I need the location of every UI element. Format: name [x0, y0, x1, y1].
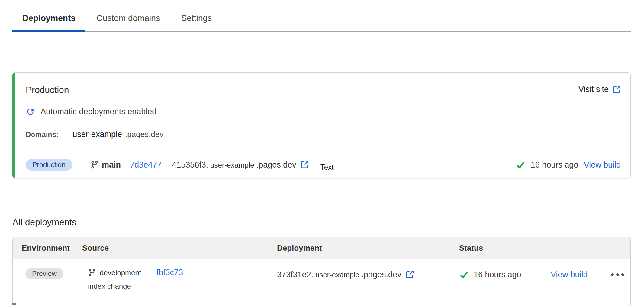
all-deployments-table: Environment Source Deployment Status Pre… — [12, 237, 631, 305]
column-header-deployment: Deployment — [277, 243, 459, 253]
environment-cell: Preview — [13, 268, 82, 302]
deployment-time: 16 hours ago — [474, 270, 521, 279]
external-link-icon[interactable] — [405, 270, 414, 279]
branch-info: main — [90, 160, 121, 170]
git-branch-icon — [88, 269, 96, 277]
source-cell: development fbf3c73 index change — [82, 268, 277, 302]
environment-badge: Preview — [25, 268, 63, 279]
deployments-page: Deployments Custom domains Settings Prod… — [0, 8, 644, 305]
production-card-header: Production Visit site — [26, 85, 621, 95]
production-deployment-row: Production main 7d3e477 415356f3. user-e… — [15, 151, 630, 178]
table-row: Preview development fbf3c73 index change… — [13, 259, 630, 302]
external-link-icon[interactable] — [300, 160, 309, 169]
domains-row: Domains: user-example .pages.dev — [26, 130, 621, 139]
deployment-url: 373f31e2. user-example .pages.dev — [277, 270, 414, 279]
tab-bar: Deployments Custom domains Settings — [12, 8, 631, 32]
check-success-icon — [516, 160, 525, 170]
view-build-cell: View build — [544, 268, 600, 281]
status-cell: 16 hours ago — [459, 268, 544, 281]
production-card: Production Visit site Automatic deployme… — [12, 72, 631, 178]
next-row-peek — [13, 302, 630, 305]
deployment-url-hash: 415356f3. — [172, 160, 208, 170]
tab-custom-domains[interactable]: Custom domains — [87, 8, 170, 31]
view-build-link[interactable]: View build — [551, 270, 588, 279]
branch-name: development — [100, 269, 141, 277]
check-success-icon — [459, 270, 469, 279]
view-build-link[interactable]: View build — [584, 160, 621, 170]
text-annotation: Text — [320, 163, 334, 171]
auto-deployments-status: Automatic deployments enabled — [26, 107, 621, 116]
refresh-icon — [26, 107, 35, 116]
tab-settings[interactable]: Settings — [171, 8, 222, 31]
column-header-environment: Environment — [13, 243, 82, 253]
deployment-cell: 373f31e2. user-example .pages.dev — [277, 268, 459, 281]
deployment-url-suffix: .pages.dev — [256, 160, 296, 170]
branch-name: main — [102, 160, 121, 170]
deployment-url: 415356f3. user-example .pages.dev — [172, 160, 309, 170]
deployment-time: 16 hours ago — [531, 160, 578, 170]
row-menu-cell — [600, 268, 630, 281]
visit-site-label: Visit site — [578, 85, 609, 94]
domain-project-name: user-example — [72, 130, 122, 139]
all-deployments-heading: All deployments — [12, 217, 631, 227]
deployment-url-suffix: .pages.dev — [362, 270, 401, 279]
table-header-row: Environment Source Deployment Status — [13, 237, 630, 259]
auto-deployments-text: Automatic deployments enabled — [40, 107, 156, 116]
deployment-url-hash: 373f31e2. — [277, 270, 313, 279]
domain-suffix: .pages.dev — [125, 130, 163, 139]
deployment-url-project: user-example — [315, 271, 359, 279]
commit-message: index change — [88, 282, 131, 291]
visit-site-link[interactable]: Visit site — [578, 85, 621, 94]
column-header-source: Source — [82, 243, 277, 253]
column-header-status: Status — [459, 243, 544, 253]
domains-label: Domains: — [26, 130, 59, 139]
commit-hash-link[interactable]: fbf3c73 — [156, 268, 183, 277]
production-title: Production — [26, 85, 69, 95]
ellipsis-menu-icon[interactable] — [609, 271, 626, 278]
production-row-status: 16 hours ago View build — [516, 160, 621, 170]
tab-deployments[interactable]: Deployments — [12, 8, 85, 31]
next-row-success-indicator — [12, 303, 16, 305]
deployment-url-project: user-example — [210, 161, 254, 169]
environment-badge: Production — [26, 159, 72, 171]
git-branch-icon — [90, 161, 99, 169]
commit-hash-link[interactable]: 7d3e477 — [130, 160, 162, 170]
external-link-icon — [612, 85, 621, 94]
